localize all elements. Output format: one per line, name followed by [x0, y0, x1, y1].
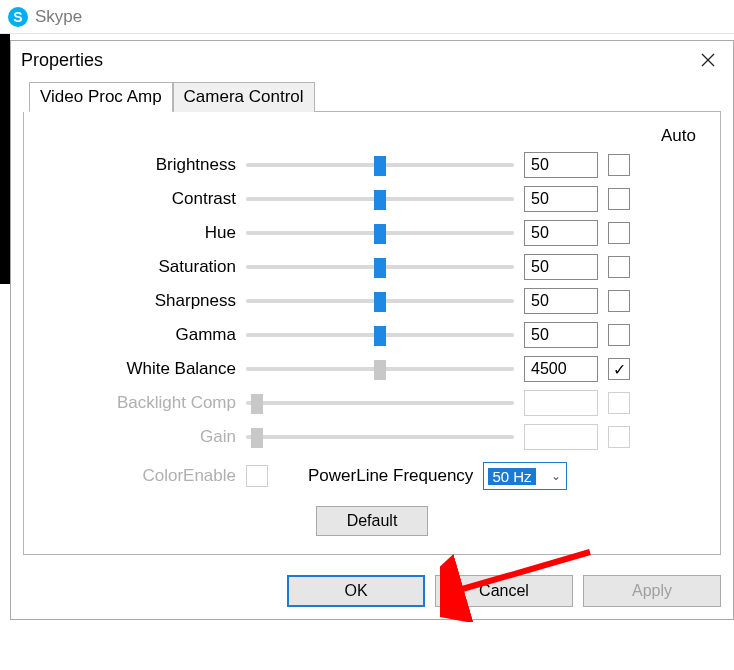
slider-row: Hue50: [36, 220, 708, 246]
powerline-selected: 50 Hz: [488, 468, 535, 485]
auto-checkbox[interactable]: [608, 222, 630, 244]
slider-track[interactable]: [246, 256, 514, 278]
slider-track-bg: [246, 401, 514, 405]
dialog-titlebar: Properties: [11, 41, 733, 81]
default-button-label: Default: [347, 512, 398, 530]
chevron-down-icon: ⌄: [551, 469, 561, 483]
apply-button[interactable]: Apply: [583, 575, 721, 607]
slider-value-input[interactable]: 50: [524, 220, 598, 246]
slider-row: Contrast50: [36, 186, 708, 212]
slider-label: Saturation: [36, 257, 246, 277]
colorenable-checkbox: [246, 465, 268, 487]
auto-checkbox[interactable]: [608, 256, 630, 278]
slider-track[interactable]: [246, 188, 514, 210]
tab-video-proc-amp[interactable]: Video Proc Amp: [29, 82, 173, 112]
slider-row: Gamma50: [36, 322, 708, 348]
slider-thumb[interactable]: [374, 190, 386, 210]
auto-column-header: Auto: [36, 126, 708, 146]
slider-thumb[interactable]: [374, 224, 386, 244]
slider-row: White Balance4500✓: [36, 356, 708, 382]
cancel-button[interactable]: Cancel: [435, 575, 573, 607]
slider-thumb[interactable]: [374, 292, 386, 312]
slider-label: Backlight Comp: [36, 393, 246, 413]
ok-button-label: OK: [344, 582, 367, 600]
parent-titlebar: S Skype: [0, 0, 734, 34]
dialog-footer: OK Cancel Apply: [11, 565, 733, 619]
tab-camera-control[interactable]: Camera Control: [173, 82, 315, 112]
tabpanel-video-proc-amp: Auto Brightness50Contrast50Hue50Saturati…: [23, 112, 721, 555]
slider-row: Sharpness50: [36, 288, 708, 314]
slider-track[interactable]: [246, 154, 514, 176]
slider-label: Brightness: [36, 155, 246, 175]
tabstrip: Video Proc Amp Camera Control: [29, 81, 721, 112]
parent-title: Skype: [35, 7, 82, 27]
slider-row: Saturation50: [36, 254, 708, 280]
colorenable-label: ColorEnable: [36, 466, 246, 486]
slider-thumb[interactable]: [374, 326, 386, 346]
auto-checkbox[interactable]: [608, 188, 630, 210]
slider-track[interactable]: [246, 324, 514, 346]
tab-label: Video Proc Amp: [40, 87, 162, 106]
auto-checkbox[interactable]: ✓: [608, 358, 630, 380]
auto-checkbox[interactable]: [608, 290, 630, 312]
slider-value-input[interactable]: 50: [524, 186, 598, 212]
ok-button[interactable]: OK: [287, 575, 425, 607]
slider-track-bg: [246, 435, 514, 439]
slider-track[interactable]: [246, 358, 514, 380]
slider-row: Gain: [36, 424, 708, 450]
slider-value-input: [524, 390, 598, 416]
close-button[interactable]: [693, 45, 723, 75]
slider-label: Gamma: [36, 325, 246, 345]
slider-track: [246, 392, 514, 414]
auto-checkbox[interactable]: [608, 324, 630, 346]
slider-label: Gain: [36, 427, 246, 447]
auto-checkbox[interactable]: [608, 154, 630, 176]
slider-value-input[interactable]: 4500: [524, 356, 598, 382]
properties-dialog: Properties Video Proc Amp Camera Control…: [10, 40, 734, 620]
skype-icon: S: [8, 7, 28, 27]
slider-thumb[interactable]: [374, 156, 386, 176]
slider-value-input[interactable]: 50: [524, 288, 598, 314]
parent-left-edge: [0, 34, 10, 284]
dialog-body: Video Proc Amp Camera Control Auto Brigh…: [11, 81, 733, 565]
slider-row: Brightness50: [36, 152, 708, 178]
default-button[interactable]: Default: [316, 506, 428, 536]
auto-checkbox: [608, 426, 630, 448]
slider-value-input[interactable]: 50: [524, 254, 598, 280]
slider-value-input[interactable]: 50: [524, 152, 598, 178]
slider-track[interactable]: [246, 290, 514, 312]
close-icon: [701, 53, 715, 67]
slider-value-input[interactable]: 50: [524, 322, 598, 348]
slider-track: [246, 426, 514, 448]
bottom-controls-row: ColorEnable PowerLine Frequency 50 Hz ⌄: [36, 462, 708, 490]
slider-thumb[interactable]: [374, 258, 386, 278]
slider-label: Hue: [36, 223, 246, 243]
tab-label: Camera Control: [184, 87, 304, 106]
dialog-title: Properties: [21, 50, 103, 71]
slider-thumb[interactable]: [374, 360, 386, 380]
slider-thumb: [251, 428, 263, 448]
slider-row: Backlight Comp: [36, 390, 708, 416]
cancel-button-label: Cancel: [479, 582, 529, 600]
slider-thumb: [251, 394, 263, 414]
slider-label: Sharpness: [36, 291, 246, 311]
apply-button-label: Apply: [632, 582, 672, 600]
slider-value-input: [524, 424, 598, 450]
slider-track[interactable]: [246, 222, 514, 244]
auto-checkbox: [608, 392, 630, 414]
slider-label: White Balance: [36, 359, 246, 379]
skype-icon-letter: S: [13, 9, 22, 25]
powerline-label: PowerLine Frequency: [308, 466, 473, 486]
powerline-combobox[interactable]: 50 Hz ⌄: [483, 462, 567, 490]
slider-label: Contrast: [36, 189, 246, 209]
